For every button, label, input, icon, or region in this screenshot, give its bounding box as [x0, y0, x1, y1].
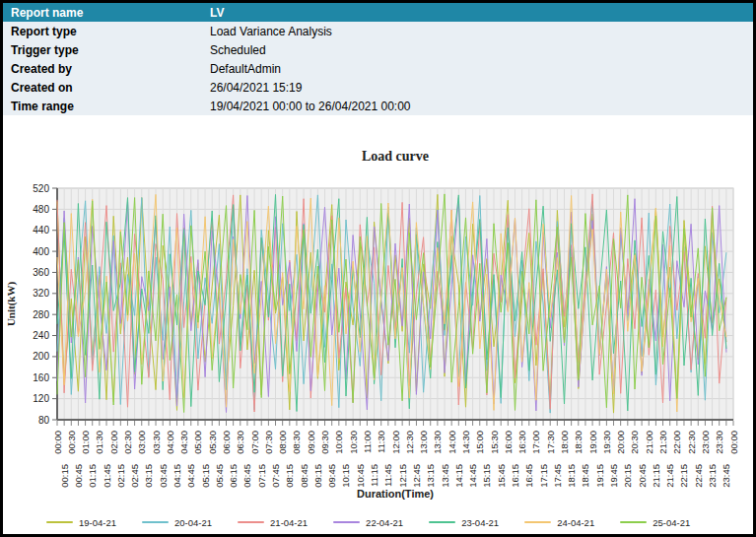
x-tick-label: 08:30: [291, 431, 302, 454]
x-tick-label: 20:15: [622, 464, 633, 488]
x-tick-label: 02:15: [115, 464, 126, 488]
x-tick-label: 12:45: [411, 464, 422, 488]
x-tick-label: 12:15: [397, 464, 408, 488]
x-tick-label: 02:30: [122, 431, 133, 454]
x-tick-label: 02:00: [108, 431, 119, 454]
x-tick-label: 22:15: [678, 464, 689, 488]
y-tick-label: 240: [33, 330, 49, 341]
x-tick-label: 06:00: [221, 431, 232, 454]
x-tick-label: 12:30: [404, 431, 415, 454]
x-tick-label: 00:30: [66, 431, 77, 454]
x-tick-label: 08:15: [284, 464, 295, 488]
x-tick-label: 21:45: [664, 464, 675, 488]
x-tick-label: 00:15: [59, 464, 70, 488]
x-tick-label: 13:45: [440, 464, 450, 488]
x-tick-label: 09:45: [326, 464, 337, 488]
report-label: Time range: [3, 97, 202, 115]
x-tick-label: 02:45: [129, 464, 140, 488]
report-label: Report type: [3, 22, 202, 40]
x-tick-label: 01:15: [87, 464, 98, 488]
y-tick-label: 80: [38, 415, 50, 426]
x-tick-label: 19:15: [594, 464, 605, 488]
report-value: 26/04/2021 15:19: [202, 78, 753, 97]
y-tick-label: 480: [33, 204, 49, 215]
x-tick-label: 05:30: [207, 431, 218, 454]
x-tick-label: 00:45: [73, 464, 84, 488]
x-tick-label: 10:45: [355, 464, 366, 488]
x-tick-label: 14:30: [460, 431, 471, 454]
x-tick-label: 16:15: [510, 464, 520, 488]
x-tick-label: 01:45: [102, 464, 112, 488]
y-tick-label: 520: [33, 183, 49, 194]
x-tick-label: 10:15: [340, 464, 351, 488]
x-tick-label: 07:45: [270, 464, 281, 488]
x-tick-label: 01:00: [80, 431, 91, 454]
legend-item-23-04-21: 23-04-21: [429, 517, 499, 528]
x-axis-label: Duration(Time): [357, 488, 434, 500]
legend-item-25-04-21: 25-04-21: [620, 517, 690, 528]
report-label: Created on: [3, 78, 202, 97]
legend-swatch: [46, 521, 73, 523]
legend-label: 19-04-21: [79, 517, 116, 528]
legend-label: 20-04-21: [174, 517, 212, 528]
report-row-name: Report name LV: [3, 3, 753, 22]
report-info-table: Report name LV Report type Load Variance…: [3, 3, 753, 115]
x-tick-label: 23:00: [700, 431, 711, 454]
report-row-time-range: Time range 19/04/2021 00:00 to 26/04/202…: [3, 97, 753, 115]
legend-item-22-04-21: 22-04-21: [333, 517, 403, 528]
x-tick-label: 23:15: [707, 464, 718, 488]
x-tick-label: 07:30: [263, 431, 274, 454]
x-tick-label: 23:30: [714, 431, 724, 454]
x-tick-label: 16:00: [503, 431, 514, 454]
x-tick-label: 21:15: [651, 464, 661, 488]
legend-swatch: [238, 521, 264, 523]
legend-swatch: [620, 521, 647, 523]
report-label: Report name: [3, 3, 202, 22]
load-curve-chart: 5204804404003603202802402001601208000:00…: [3, 117, 753, 533]
y-tick-label: 120: [33, 393, 49, 404]
x-tick-label: 14:15: [453, 464, 464, 488]
legend-swatch: [142, 521, 169, 523]
x-tick-label: 06:45: [241, 464, 252, 488]
x-tick-label: 22:30: [686, 431, 697, 454]
x-tick-label: 11:15: [369, 464, 379, 487]
x-tick-label: 11:30: [376, 431, 386, 453]
legend-label: 21-04-21: [270, 517, 308, 528]
x-tick-label: 07:15: [256, 464, 267, 488]
x-tick-label: 09:00: [306, 431, 316, 454]
x-tick-label: 06:30: [235, 431, 245, 454]
x-tick-label: 00:00: [52, 431, 63, 454]
x-tick-label: 15:15: [481, 464, 492, 488]
x-tick-label: 15:45: [496, 464, 507, 488]
legend-label: 22-04-21: [366, 517, 403, 528]
x-tick-label: 03:00: [136, 431, 147, 454]
x-tick-label: 21:30: [657, 431, 668, 454]
x-tick-label: 03:45: [158, 464, 169, 488]
report-value: Scheduled: [202, 40, 753, 59]
x-tick-label: 17:00: [530, 431, 541, 454]
x-tick-label: 17:15: [538, 464, 549, 488]
x-tick-label: 08:45: [299, 464, 309, 488]
x-tick-label: 15:30: [489, 431, 500, 454]
y-tick-label: 440: [33, 225, 49, 235]
report-value: Load Variance Analysis: [202, 22, 753, 40]
chart-legend: 19-04-2120-04-2121-04-2122-04-2123-04-21…: [3, 511, 753, 533]
x-tick-label: 18:00: [559, 431, 570, 454]
x-tick-label: 11:45: [382, 464, 393, 487]
x-tick-label: 20:30: [629, 431, 640, 454]
x-tick-label: 14:45: [467, 464, 478, 488]
report-label: Created by: [3, 59, 202, 78]
legend-label: 23-04-21: [461, 517, 499, 528]
x-tick-label: 19:30: [601, 431, 612, 454]
x-tick-label: 00:00: [728, 431, 739, 454]
legend-label: 24-04-21: [557, 517, 594, 528]
x-tick-label: 14:00: [447, 431, 457, 454]
legend-item-24-04-21: 24-04-21: [524, 517, 594, 528]
report-row-trigger: Trigger type Scheduled: [3, 40, 753, 59]
x-tick-label: 07:00: [249, 431, 260, 454]
x-tick-label: 22:00: [671, 431, 682, 454]
x-tick-label: 05:00: [192, 431, 203, 454]
x-tick-label: 12:00: [390, 431, 401, 454]
x-tick-label: 13:15: [425, 464, 436, 488]
report-row-type: Report type Load Variance Analysis: [3, 22, 753, 40]
